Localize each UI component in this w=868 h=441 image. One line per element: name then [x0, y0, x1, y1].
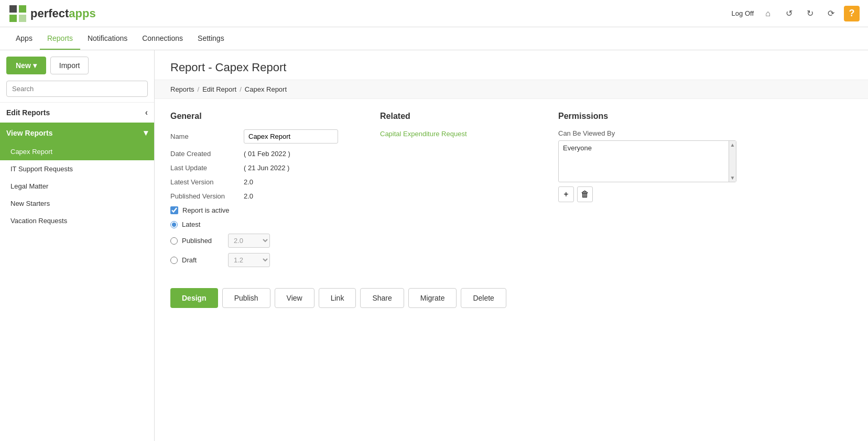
sidebar-item-new-starters[interactable]: New Starters	[0, 195, 154, 212]
view-reports-header[interactable]: View Reports ▾	[0, 123, 154, 143]
view-reports-label: View Reports	[6, 129, 52, 137]
design-button[interactable]: Design	[170, 288, 218, 308]
breadcrumb-reports[interactable]: Reports	[170, 85, 194, 93]
edit-reports-label: Edit Reports	[6, 108, 50, 117]
last-update-field-row: Last Update ( 21 Jun 2022 )	[170, 164, 359, 172]
latest-version-field-row: Latest Version 2.0	[170, 178, 359, 186]
last-update-label: Last Update	[170, 164, 244, 172]
refresh2-button[interactable]: ↻	[802, 6, 818, 21]
svg-rect-0	[9, 5, 17, 13]
nav-connections[interactable]: Connections	[135, 28, 190, 50]
permissions-actions: + 🗑	[558, 186, 852, 202]
permissions-everyone: Everyone	[563, 144, 592, 152]
report-active-checkbox[interactable]	[170, 206, 178, 214]
nav-settings[interactable]: Settings	[190, 28, 232, 50]
report-active-row: Report is active	[170, 206, 359, 214]
general-section: General Name Date Created ( 01 Feb 2022 …	[170, 112, 359, 272]
action-buttons: Design Publish View Link Share Migrate D…	[170, 288, 852, 308]
three-col-layout: General Name Date Created ( 01 Feb 2022 …	[170, 112, 852, 272]
name-field-row: Name	[170, 129, 359, 144]
published-version-field-row: Published Version 2.0	[170, 192, 359, 200]
svg-rect-1	[9, 15, 17, 22]
published-version-label: Published Version	[170, 192, 244, 200]
related-link[interactable]: Capital Expenditure Request	[380, 130, 467, 138]
delete-permission-button[interactable]: 🗑	[577, 186, 593, 202]
date-created-field-row: Date Created ( 01 Feb 2022 )	[170, 150, 359, 158]
published-version-select[interactable]: 2.0	[228, 234, 270, 248]
logoff-link[interactable]: Log Off	[732, 9, 754, 17]
svg-rect-3	[19, 15, 26, 22]
migrate-button[interactable]: Migrate	[408, 288, 457, 308]
import-button[interactable]: Import	[50, 57, 89, 74]
refresh1-button[interactable]: ↺	[781, 6, 797, 21]
view-reports-chevron-icon: ▾	[144, 128, 148, 138]
view-button[interactable]: View	[275, 288, 314, 308]
logo-apps: apps	[69, 7, 95, 20]
top-right: Log Off ⌂ ↺ ↻ ⟳ ?	[732, 6, 860, 21]
logo-icon	[8, 4, 27, 23]
published-radio[interactable]	[170, 237, 178, 245]
new-button[interactable]: New ▾	[6, 57, 46, 74]
scrollbar: ▲ ▼	[729, 141, 736, 182]
logo: perfectapps	[8, 4, 96, 23]
page-title: Report - Capex Report	[155, 50, 868, 80]
search-input[interactable]	[6, 81, 148, 97]
latest-version-value: 2.0	[244, 178, 253, 186]
report-active-label: Report is active	[182, 206, 230, 214]
svg-rect-2	[19, 5, 26, 13]
top-icons: ⌂ ↺ ↻ ⟳ ?	[760, 6, 860, 21]
published-radio-label: Published	[182, 237, 224, 245]
related-title: Related	[380, 112, 537, 121]
breadcrumb-sep-1: /	[198, 85, 200, 93]
breadcrumb-sep-2: /	[240, 85, 242, 93]
last-update-value: ( 21 Jun 2022 )	[244, 164, 289, 172]
name-input[interactable]	[244, 129, 338, 144]
scroll-down-icon: ▼	[730, 175, 735, 181]
form-area: General Name Date Created ( 01 Feb 2022 …	[155, 99, 868, 321]
link-button[interactable]: Link	[319, 288, 356, 308]
breadcrumb-edit-report[interactable]: Edit Report	[202, 85, 236, 93]
related-section: Related Capital Expenditure Request	[380, 112, 537, 272]
edit-reports-section: Edit Reports ‹	[0, 102, 154, 123]
permissions-box: Everyone ▲ ▼	[558, 140, 736, 182]
date-created-label: Date Created	[170, 150, 244, 158]
home-button[interactable]: ⌂	[760, 6, 776, 21]
latest-version-label: Latest Version	[170, 178, 244, 186]
latest-radio[interactable]	[170, 221, 178, 228]
draft-radio-label: Draft	[182, 256, 224, 264]
sidebar: New ▾ Import Edit Reports ‹ View Reports…	[0, 50, 155, 441]
sidebar-item-capex[interactable]: Capex Report	[0, 143, 154, 160]
draft-radio-row: Draft 1.2	[170, 253, 359, 267]
nav-reports[interactable]: Reports	[40, 28, 80, 50]
sidebar-item-it-support[interactable]: IT Support Requests	[0, 160, 154, 178]
publish-button[interactable]: Publish	[222, 288, 270, 308]
can-be-viewed-by-label: Can Be Viewed By	[558, 129, 852, 137]
draft-version-select[interactable]: 1.2	[228, 253, 270, 267]
top-bar: perfectapps Log Off ⌂ ↺ ↻ ⟳ ?	[0, 0, 868, 27]
search-box	[0, 81, 154, 102]
nav-notifications[interactable]: Notifications	[80, 28, 135, 50]
delete-button[interactable]: Delete	[461, 288, 506, 308]
dropdown-arrow-icon: ▾	[33, 61, 37, 70]
nav-bar: Apps Reports Notifications Connections S…	[0, 27, 868, 50]
draft-radio[interactable]	[170, 257, 178, 264]
content-area: Report - Capex Report Reports / Edit Rep…	[155, 50, 868, 441]
permissions-section: Permissions Can Be Viewed By Everyone ▲ …	[558, 112, 852, 272]
latest-radio-label: Latest	[182, 220, 224, 228]
edit-reports-chevron-icon[interactable]: ‹	[145, 108, 148, 117]
scroll-up-icon: ▲	[730, 142, 735, 148]
add-permission-button[interactable]: +	[558, 186, 574, 202]
published-version-value: 2.0	[244, 192, 253, 200]
general-title: General	[170, 112, 359, 121]
breadcrumb: Reports / Edit Report / Capex Report	[155, 80, 868, 99]
date-created-value: ( 01 Feb 2022 )	[244, 150, 290, 158]
refresh3-button[interactable]: ⟳	[823, 6, 839, 21]
permissions-title: Permissions	[558, 112, 852, 121]
nav-apps[interactable]: Apps	[8, 28, 40, 50]
sidebar-item-vacation[interactable]: Vacation Requests	[0, 212, 154, 229]
help-button[interactable]: ?	[844, 6, 860, 21]
share-button[interactable]: Share	[360, 288, 404, 308]
logo-perfect: perfect	[30, 7, 69, 20]
sidebar-item-legal[interactable]: Legal Matter	[0, 178, 154, 195]
name-label: Name	[170, 133, 244, 140]
